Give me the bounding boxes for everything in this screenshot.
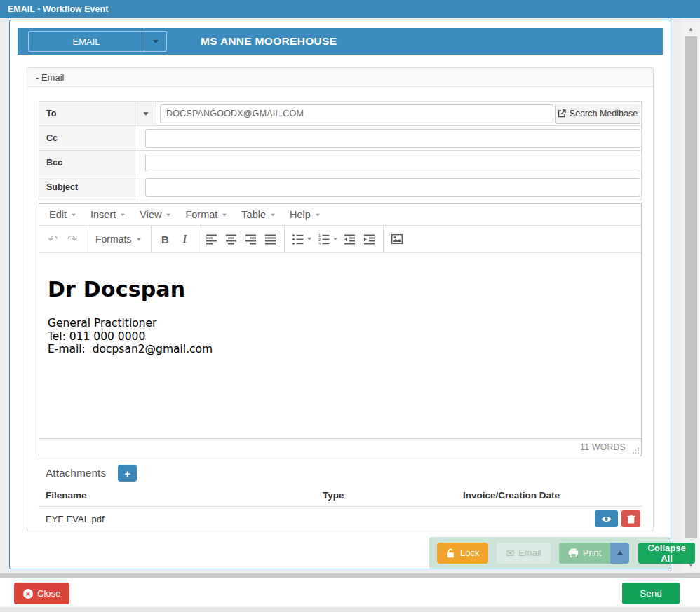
align-left-icon[interactable] [202, 229, 222, 249]
print-button[interactable]: Print [559, 543, 611, 564]
resize-grip-icon[interactable] [633, 447, 639, 454]
window-title: EMAIL - Workflow Event [8, 4, 108, 14]
close-label: Close [37, 588, 60, 599]
to-label: To [39, 102, 135, 125]
bottom-strip [0, 607, 700, 612]
document-type-dropdown-button[interactable] [144, 31, 167, 52]
email-section-title: - Email [36, 72, 64, 83]
chevron-down-icon [153, 40, 159, 43]
unlock-icon [446, 548, 456, 558]
bullet-list-icon[interactable] [288, 229, 308, 249]
subject-row: Subject [39, 175, 641, 200]
menu-edit[interactable]: Edit [42, 204, 83, 225]
chevron-down-icon [271, 213, 275, 216]
bcc-label: Bcc [39, 151, 135, 175]
signature-block: General Practitioner Tel: 011 000 0000 E… [48, 317, 633, 356]
signature-line: E-mail: docpsan2@gmail.com [48, 343, 633, 356]
editor-menubar: Edit Insert View Format Table Help [39, 204, 641, 226]
panel-header: EMAIL MS ANNE MOOREHOUSE [18, 28, 663, 55]
to-row: To Search Medibase [39, 102, 641, 126]
email-section-header[interactable]: - Email [27, 67, 654, 87]
window-titlebar: EMAIL - Workflow Event [0, 0, 700, 18]
cc-label: Cc [39, 126, 135, 150]
attachments-header: Attachments + [39, 465, 642, 482]
insert-image-icon[interactable] [387, 229, 407, 249]
chevron-down-icon [166, 213, 170, 216]
email-form: To Search Medibase [39, 101, 642, 200]
outdent-icon[interactable] [340, 229, 360, 249]
scrollbar-thumb[interactable] [685, 36, 697, 538]
patient-name: MS ANNE MOOREHOUSE [201, 35, 337, 48]
align-justify-icon[interactable] [261, 229, 281, 249]
numbered-list-icon[interactable]: 123 [314, 229, 334, 249]
menu-format[interactable]: Format [178, 204, 234, 225]
close-button[interactable]: × Close [14, 583, 69, 604]
align-right-icon[interactable] [241, 229, 261, 249]
menu-table[interactable]: Table [234, 204, 283, 225]
email-button-disabled: ✉ Email [497, 543, 550, 564]
view-attachment-button[interactable] [595, 510, 618, 527]
chevron-down-icon [121, 213, 125, 216]
delete-attachment-button[interactable] [621, 510, 640, 527]
document-type-button[interactable]: EMAIL [28, 31, 144, 52]
table-row: EYE EVAL.pdf [39, 507, 642, 531]
chevron-down-icon[interactable] [307, 238, 311, 240]
to-input[interactable] [160, 104, 553, 123]
editor-statusbar: 11 WORDS [39, 438, 641, 456]
svg-text:3: 3 [318, 241, 321, 245]
bcc-input[interactable] [145, 154, 640, 172]
to-cell: Search Medibase [135, 102, 641, 125]
external-link-icon [558, 109, 566, 118]
rich-text-editor: Edit Insert View Format Table Help ↶ ↷ F… [39, 203, 642, 456]
chevron-down-icon [222, 213, 227, 216]
chevron-down-icon [143, 112, 148, 116]
document-type-label: EMAIL [72, 36, 100, 47]
send-button[interactable]: Send [622, 583, 680, 604]
editor-toolbar: ↶ ↷ Formats B I [39, 226, 641, 253]
cc-input[interactable] [145, 129, 640, 148]
column-type: Type [323, 490, 463, 501]
formats-dropdown[interactable]: Formats [90, 233, 147, 245]
search-medibase-label: Search Medibase [570, 109, 638, 118]
signature-line: General Practitioner [48, 317, 633, 330]
editor-content[interactable]: Dr Docspan General Practitioner Tel: 011… [39, 253, 641, 438]
bcc-row: Bcc [39, 151, 641, 175]
add-attachment-button[interactable]: + [118, 465, 137, 482]
menu-help[interactable]: Help [283, 204, 328, 225]
chevron-down-icon [316, 213, 320, 216]
scroll-up-arrow-icon[interactable]: ▲ [682, 26, 700, 32]
collapse-all-label: Collapse All [647, 543, 685, 564]
trash-icon [627, 515, 635, 524]
document-type-split-button[interactable]: EMAIL [28, 31, 167, 52]
workflow-event-modal: EMAIL MS ANNE MOOREHOUSE - Email To [9, 20, 671, 569]
to-dropdown-button[interactable] [135, 102, 156, 125]
italic-icon[interactable]: I [175, 229, 194, 249]
lock-button[interactable]: Lock [437, 543, 488, 564]
attachments-table: Filename Type Invoice/Creation Date EYE … [39, 489, 642, 531]
print-split-button: Print [559, 543, 630, 564]
indent-icon[interactable] [360, 229, 379, 249]
align-center-icon[interactable] [222, 229, 241, 249]
subject-label: Subject [39, 175, 135, 200]
menu-insert[interactable]: Insert [83, 204, 133, 225]
print-label: Print [583, 548, 602, 558]
search-medibase-button[interactable]: Search Medibase [555, 104, 640, 124]
print-options-button[interactable] [610, 543, 629, 564]
undo-icon[interactable]: ↶ [43, 229, 62, 249]
envelope-icon: ✉ [506, 548, 514, 559]
redo-icon[interactable]: ↷ [62, 229, 82, 249]
email-section: - Email To [27, 67, 654, 531]
collapse-all-button[interactable]: Collapse All [638, 543, 694, 564]
send-label: Send [640, 588, 662, 599]
menu-view[interactable]: View [133, 204, 178, 225]
subject-input[interactable] [145, 178, 640, 197]
document-action-bar: Lock ✉ Email Print Collapse All [429, 537, 671, 569]
chevron-down-icon [72, 213, 76, 216]
eye-icon [601, 515, 612, 523]
bold-icon[interactable]: B [155, 229, 175, 249]
footer [0, 578, 700, 607]
chevron-up-icon [617, 551, 623, 555]
chevron-down-icon [137, 238, 141, 240]
vertical-scrollbar[interactable]: ▲ ▼ [682, 20, 700, 573]
chevron-down-icon[interactable] [333, 238, 337, 240]
